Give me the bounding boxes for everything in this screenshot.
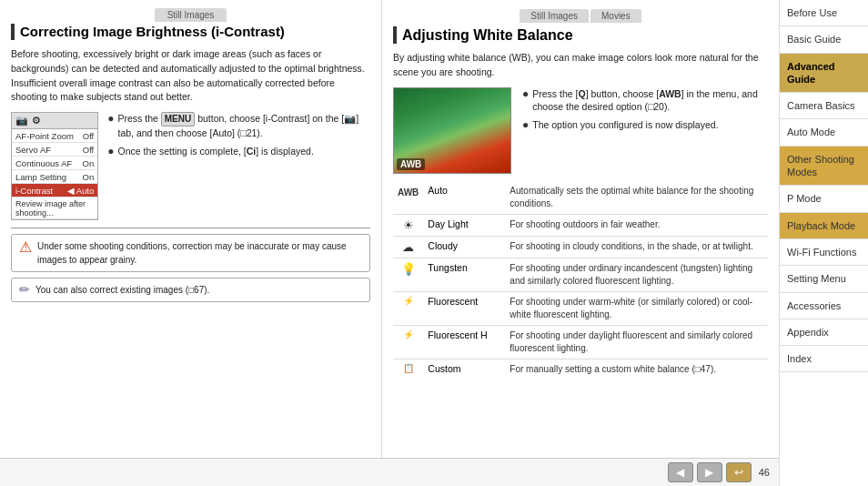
wb-icon-auto: AWB bbox=[393, 181, 423, 215]
wb-desc-daylight: For shooting outdoors in fair weather. bbox=[505, 214, 768, 236]
wb-desc-cloudy: For shooting in cloudy conditions, in th… bbox=[505, 236, 768, 258]
sidebar-item-other-shooting-modes[interactable]: Other Shooting Modes bbox=[780, 147, 868, 187]
camera-icon: 📷 bbox=[15, 115, 28, 127]
wb-name-auto: Auto bbox=[423, 181, 505, 215]
warning-icon: ⚠ bbox=[19, 238, 32, 256]
settings-row-icontrast: i-Contrast ◀ Auto bbox=[12, 184, 97, 197]
pencil-icon: ✏ bbox=[19, 282, 30, 297]
sidebar-item-accessories[interactable]: Accessories bbox=[780, 293, 868, 319]
wb-row-daylight: ☀ Day Light For shooting outdoors in fai… bbox=[393, 214, 768, 236]
awb-overlay: AWB bbox=[397, 158, 425, 170]
wb-image-area: AWB ● Press the [Q] button, choose [AWB]… bbox=[393, 87, 768, 174]
wb-table: AWB Auto Automatically sets the optimal … bbox=[393, 181, 768, 380]
settings-table: 📷 ⚙ AF-Point Zoom Off Servo AF Off Conti… bbox=[11, 112, 98, 220]
wb-row-fluorescent-h: ⚡ Fluorescent H For shooting under dayli… bbox=[393, 325, 768, 359]
bullet-dot-2: ● bbox=[107, 144, 114, 159]
left-section-title: Correcting Image Brightness (i-Contrast) bbox=[11, 24, 370, 40]
sidebar: Before Use Basic Guide Advanced Guide Ca… bbox=[779, 0, 868, 486]
wb-name-custom: Custom bbox=[423, 359, 505, 380]
wb-name-fluorescent-h: Fluorescent H bbox=[423, 325, 505, 359]
right-tab-area: Still Images Movies bbox=[393, 9, 768, 23]
bullet-1: ● Press the MENU button, choose [i-Contr… bbox=[107, 112, 370, 140]
settings-table-header: 📷 ⚙ bbox=[12, 113, 97, 129]
wb-row-custom: 📋 Custom For manually setting a custom w… bbox=[393, 359, 768, 380]
note-box: ✏ You can also correct existing images (… bbox=[11, 278, 370, 302]
wb-desc-fluorescent: For shooting under warm-white (or simila… bbox=[505, 291, 768, 325]
home-button[interactable]: ↩ bbox=[726, 462, 752, 482]
sidebar-item-p-mode[interactable]: P Mode bbox=[780, 186, 868, 212]
wb-desc-auto: Automatically sets the optimal white bal… bbox=[505, 181, 768, 215]
wb-icon-cloudy: ☁ bbox=[393, 236, 423, 258]
wb-row-auto: AWB Auto Automatically sets the optimal … bbox=[393, 181, 768, 215]
wb-row-cloudy: ☁ Cloudy For shooting in cloudy conditio… bbox=[393, 236, 768, 258]
right-bullets: ● Press the [Q] button, choose [AWB] in … bbox=[522, 87, 768, 174]
wb-icon-fluorescent-h: ⚡ bbox=[393, 325, 423, 359]
menu-key: MENU bbox=[161, 112, 195, 127]
right-bullet-dot-1: ● bbox=[522, 86, 529, 102]
wb-name-tungsten: Tungsten bbox=[423, 258, 505, 291]
settings-icon: ⚙ bbox=[32, 115, 41, 127]
settings-row-af-zoom: AF-Point Zoom Off bbox=[12, 129, 97, 143]
wb-name-fluorescent: Fluorescent bbox=[423, 291, 505, 325]
settings-row-lamp: Lamp Setting On bbox=[12, 170, 97, 184]
sidebar-item-advanced-guide[interactable]: Advanced Guide bbox=[780, 54, 868, 94]
bullet-dot-1: ● bbox=[107, 111, 114, 127]
bottom-nav: ◀ ▶ ↩ 46 bbox=[668, 462, 770, 482]
wb-row-fluorescent: ⚡ Fluorescent For shooting under warm-wh… bbox=[393, 291, 768, 325]
sidebar-item-auto-mode[interactable]: Auto Mode bbox=[780, 119, 868, 146]
warning-box: ⚠ Under some shooting conditions, correc… bbox=[11, 234, 370, 272]
right-bullet-2: ● The option you configured is now displ… bbox=[522, 118, 768, 133]
left-bullets: ● Press the MENU button, choose [i-Contr… bbox=[107, 112, 370, 220]
sidebar-item-wifi-functions[interactable]: Wi-Fi Functions bbox=[780, 239, 868, 266]
wb-icon-fluorescent: ⚡ bbox=[393, 291, 423, 325]
settings-row-continuous-af: Continuous AF On bbox=[12, 157, 97, 170]
wb-row-tungsten: 💡 Tungsten For shooting under ordinary i… bbox=[393, 258, 768, 291]
movies-tab-right: Movies bbox=[590, 9, 641, 23]
camera-settings-area: 📷 ⚙ AF-Point Zoom Off Servo AF Off Conti… bbox=[11, 112, 370, 220]
sidebar-item-playback-mode[interactable]: Playback Mode bbox=[780, 213, 868, 239]
sidebar-item-setting-menu[interactable]: Setting Menu bbox=[780, 266, 868, 292]
sidebar-item-index[interactable]: Index bbox=[780, 346, 868, 372]
right-column: Still Images Movies Adjusting White Bala… bbox=[382, 0, 779, 458]
still-images-tab-right: Still Images bbox=[520, 9, 589, 23]
right-bullet-dot-2: ● bbox=[522, 117, 529, 133]
settings-row-servo-af: Servo AF Off bbox=[12, 143, 97, 157]
next-button[interactable]: ▶ bbox=[697, 462, 722, 482]
bullet-2: ● Once the setting is complete, [Ci] is … bbox=[107, 145, 370, 159]
wb-icon-tungsten: 💡 bbox=[393, 258, 423, 291]
left-body-text: Before shooting, excessively bright or d… bbox=[11, 47, 370, 105]
wb-name-cloudy: Cloudy bbox=[423, 236, 505, 258]
wb-icon-custom: 📋 bbox=[393, 359, 423, 380]
wb-name-daylight: Day Light bbox=[423, 214, 505, 236]
wb-photo: AWB bbox=[393, 87, 511, 174]
columns: Still Images Correcting Image Brightness… bbox=[0, 0, 779, 458]
wb-desc-fluorescent-h: For shooting under daylight fluorescent … bbox=[505, 325, 768, 359]
page-number: 46 bbox=[759, 467, 770, 478]
wb-desc-custom: For manually setting a custom white bala… bbox=[505, 359, 768, 380]
left-tab-area: Still Images bbox=[11, 9, 370, 20]
sidebar-item-basic-guide[interactable]: Basic Guide bbox=[780, 26, 868, 53]
right-body-text: By adjusting white balance (WB), you can… bbox=[393, 51, 768, 80]
sidebar-item-camera-basics[interactable]: Camera Basics bbox=[780, 93, 868, 119]
left-column: Still Images Correcting Image Brightness… bbox=[0, 0, 382, 458]
sidebar-item-before-use[interactable]: Before Use bbox=[780, 0, 868, 26]
settings-row-review: Review image after shooting... bbox=[12, 197, 97, 219]
right-section-title: Adjusting White Balance bbox=[393, 26, 768, 44]
main-content: Still Images Correcting Image Brightness… bbox=[0, 0, 779, 486]
warning-text: Under some shooting conditions, correcti… bbox=[37, 239, 362, 267]
prev-button[interactable]: ◀ bbox=[668, 462, 693, 482]
bottom-area: ◀ ▶ ↩ 46 bbox=[0, 458, 779, 486]
note-text: You can also correct existing images (□6… bbox=[35, 283, 209, 297]
wb-icon-daylight: ☀ bbox=[393, 214, 423, 236]
divider-1 bbox=[11, 228, 370, 228]
wb-desc-tungsten: For shooting under ordinary incandescent… bbox=[505, 258, 768, 291]
sidebar-item-appendix[interactable]: Appendix bbox=[780, 319, 868, 346]
still-images-tab-left: Still Images bbox=[155, 8, 227, 22]
right-bullet-1: ● Press the [Q] button, choose [AWB] in … bbox=[522, 87, 768, 114]
